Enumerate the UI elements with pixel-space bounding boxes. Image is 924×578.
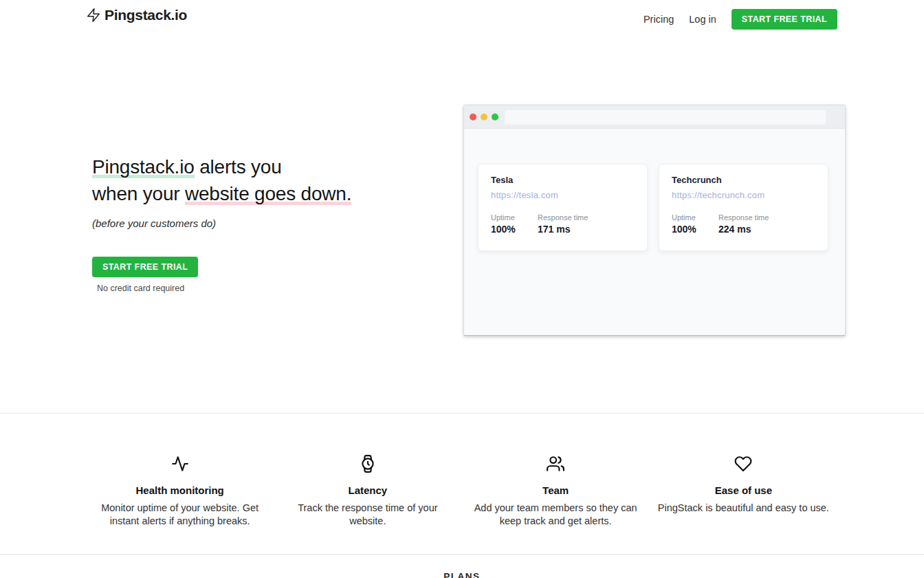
- browser-titlebar: [464, 105, 845, 129]
- feature-description: Add your team members so they can keep t…: [468, 502, 644, 528]
- site-url: https://tesla.com: [491, 190, 635, 200]
- monitor-card-techcrunch: Techcrunch https://techcrunch.com Uptime…: [659, 164, 828, 251]
- activity-icon: [86, 455, 274, 471]
- nav-login-link[interactable]: Log in: [689, 10, 716, 29]
- response-time-value: 224 ms: [718, 224, 769, 235]
- heart-icon: [650, 455, 837, 471]
- zap-icon: [86, 8, 101, 23]
- plans-top-divider: [0, 554, 924, 555]
- hero-highlight-brand: Pingstack.io: [92, 156, 195, 178]
- watch-icon: [274, 455, 461, 471]
- browser-mockup: Tesla https://tesla.com Uptime 100% Resp…: [463, 105, 846, 336]
- feature-title: Ease of use: [650, 484, 837, 496]
- hero-heading-prefix: when your: [92, 183, 185, 204]
- no-credit-card-note: No credit card required: [97, 283, 450, 293]
- site-name: Techcrunch: [672, 175, 815, 185]
- plans-section-heading: PLANS: [0, 571, 924, 578]
- feature-health-monitoring: Health monitoring Monitor uptime of your…: [86, 413, 274, 554]
- browser-content: Tesla https://tesla.com Uptime 100% Resp…: [464, 129, 845, 251]
- response-time-label: Response time: [718, 213, 769, 222]
- top-nav: Pricing Log in START FREE TRIAL: [644, 9, 837, 30]
- response-time-label: Response time: [538, 213, 588, 222]
- feature-team: Team Add your team members so they can k…: [462, 413, 650, 554]
- response-time-value: 171 ms: [538, 224, 588, 235]
- feature-description: Monitor uptime of your website. Get inst…: [92, 502, 268, 528]
- nav-start-trial-button[interactable]: START FREE TRIAL: [732, 9, 837, 30]
- brand-name: Pingstack.io: [104, 7, 187, 23]
- users-icon: [462, 455, 650, 471]
- hero-section: Pingstack.io alerts you when your websit…: [92, 154, 450, 293]
- uptime-value: 100%: [491, 224, 538, 235]
- hero-heading-rest: alerts you: [195, 156, 282, 178]
- site-url: https://techcrunch.com: [672, 190, 815, 200]
- brand-logo[interactable]: Pingstack.io: [86, 7, 187, 23]
- header: Pingstack.io Pricing Log in START FREE T…: [0, 0, 924, 37]
- monitor-card-tesla: Tesla https://tesla.com Uptime 100% Resp…: [478, 164, 648, 251]
- traffic-light-dots: [470, 114, 498, 120]
- site-name: Tesla: [491, 175, 635, 185]
- hero-subtitle: (before your customers do): [92, 217, 450, 229]
- uptime-label: Uptime: [491, 213, 538, 222]
- uptime-label: Uptime: [672, 213, 718, 222]
- feature-description: PingStack is beautiful and easy to use.: [655, 502, 831, 515]
- minimize-window-icon: [481, 114, 487, 120]
- hero-start-trial-button[interactable]: START FREE TRIAL: [92, 257, 198, 277]
- uptime-value: 100%: [672, 224, 718, 235]
- feature-title: Health monitoring: [86, 484, 274, 496]
- features-section: Health monitoring Monitor uptime of your…: [86, 413, 837, 554]
- hero-highlight-down: website goes down.: [185, 183, 351, 205]
- feature-title: Latency: [274, 484, 461, 496]
- hero-heading: Pingstack.io alerts you when your websit…: [92, 154, 450, 207]
- close-window-icon: [470, 114, 476, 120]
- maximize-window-icon: [492, 114, 498, 120]
- feature-latency: Latency Track the response time of your …: [274, 413, 461, 554]
- browser-url-bar: [505, 110, 826, 125]
- feature-title: Team: [462, 484, 650, 496]
- feature-description: Track the response time of your website.: [280, 502, 456, 528]
- landing-page: Pingstack.io Pricing Log in START FREE T…: [0, 0, 924, 578]
- nav-pricing-link[interactable]: Pricing: [644, 10, 674, 29]
- feature-ease-of-use: Ease of use PingStack is beautiful and e…: [650, 413, 837, 554]
